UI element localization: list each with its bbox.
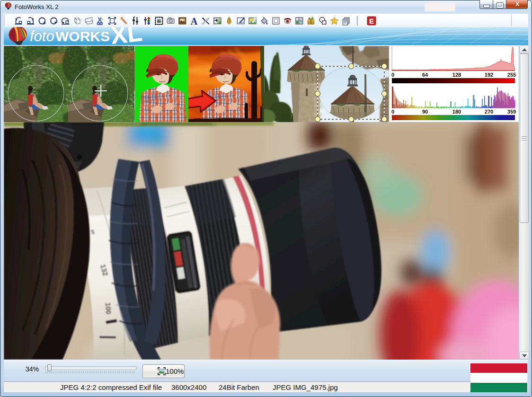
svg-text:0: 0 bbox=[391, 109, 394, 115]
svg-text:128: 128 bbox=[452, 72, 461, 78]
svg-text:192: 192 bbox=[485, 72, 493, 78]
svg-text:270: 270 bbox=[485, 109, 493, 115]
svg-text:90: 90 bbox=[422, 109, 428, 115]
svg-text:359: 359 bbox=[507, 109, 516, 115]
svg-text:0: 0 bbox=[391, 72, 394, 78]
svg-text:foto: foto bbox=[30, 28, 54, 44]
svg-text:WORKS: WORKS bbox=[55, 28, 110, 44]
svg-text:A: A bbox=[191, 16, 198, 26]
svg-text:64: 64 bbox=[422, 72, 428, 78]
svg-text:255: 255 bbox=[507, 72, 516, 78]
svg-text:180: 180 bbox=[452, 109, 461, 115]
svg-text:E: E bbox=[369, 17, 374, 25]
svg-text:XL: XL bbox=[109, 27, 143, 45]
svg-text:100: 100 bbox=[104, 302, 113, 315]
